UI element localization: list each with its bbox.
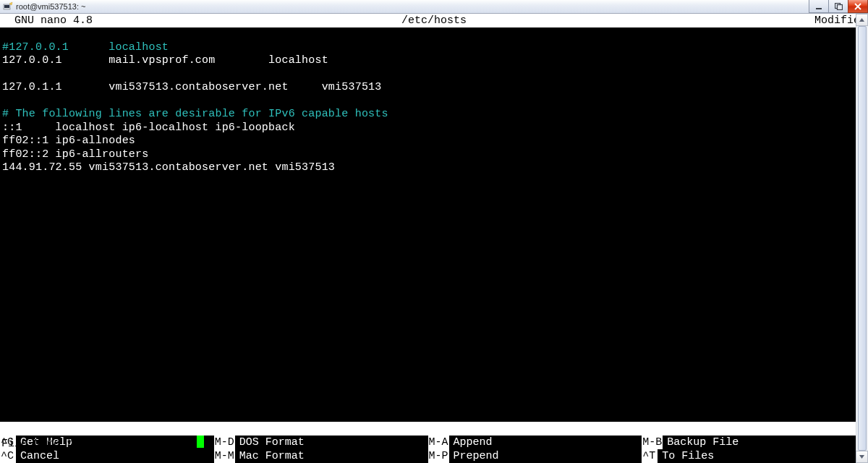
shortcut-row: ^CCancel M-MMac Format M-PPrepend ^TTo F… xyxy=(0,449,856,463)
window-title: root@vmi537513: ~ xyxy=(16,2,85,11)
window-titlebar: root@vmi537513: ~ xyxy=(0,0,868,14)
file-line: ff02::2 ip6-allrouters xyxy=(2,148,148,161)
prompt-label: File Name to Write: xyxy=(1,438,132,450)
putty-icon xyxy=(3,1,13,12)
nano-file-path: /etc/hosts xyxy=(401,14,467,27)
nano-app-label: GNU nano 4.8 xyxy=(0,14,93,27)
svg-rect-4 xyxy=(837,4,842,9)
file-line: #127.0.0.1 localhost xyxy=(2,41,169,54)
window-controls xyxy=(809,0,868,13)
shortcut-to-files: ^TTo Files xyxy=(642,449,856,463)
file-line: 127.0.1.1 vmi537513.contaboserver.net vm… xyxy=(2,81,381,93)
file-line: 144.91.72.55 vmi537513.contaboserver.net… xyxy=(2,161,335,174)
shortcut-dos-format: M-DDOS Format xyxy=(214,436,428,449)
file-line: ::1 localhost ip6-localhost ip6-loopback xyxy=(2,122,295,134)
maximize-button[interactable] xyxy=(828,0,848,13)
prompt-value: /etc/hosts xyxy=(132,438,197,450)
scroll-up-button[interactable] xyxy=(856,14,868,26)
scrollbar-track[interactable] xyxy=(856,26,868,451)
svg-rect-2 xyxy=(816,8,822,9)
save-prompt[interactable]: File Name to Write: /etc/hosts xyxy=(0,422,856,436)
shortcut-prepend: M-PPrepend xyxy=(428,449,642,463)
editor-content[interactable]: #127.0.0.1 localhost 127.0.0.1 mail.vpsp… xyxy=(0,27,868,188)
vertical-scrollbar[interactable] xyxy=(856,14,868,463)
text-cursor xyxy=(197,436,204,448)
shortcut-append: M-AAppend xyxy=(428,436,642,449)
file-line: 127.0.0.1 mail.vpsprof.com localhost xyxy=(2,54,328,67)
scroll-down-button[interactable] xyxy=(856,451,868,463)
close-button[interactable] xyxy=(848,0,868,13)
shortcut-mac-format: M-MMac Format xyxy=(214,449,428,463)
shortcut-backup-file: M-BBackup File xyxy=(642,436,856,449)
nano-header: GNU nano 4.8 /etc/hosts Modified xyxy=(0,14,868,27)
scrollbar-thumb[interactable] xyxy=(858,26,867,451)
minimize-button[interactable] xyxy=(809,0,829,13)
file-line: ff02::1 ip6-allnodes xyxy=(2,135,135,147)
nano-footer: File Name to Write: /etc/hosts ^GGet Hel… xyxy=(0,422,856,463)
file-line: # The following lines are desirable for … xyxy=(2,108,388,120)
terminal-area[interactable]: GNU nano 4.8 /etc/hosts Modified #127.0.… xyxy=(0,14,868,463)
svg-rect-1 xyxy=(4,5,9,8)
shortcut-cancel: ^CCancel xyxy=(0,449,214,463)
